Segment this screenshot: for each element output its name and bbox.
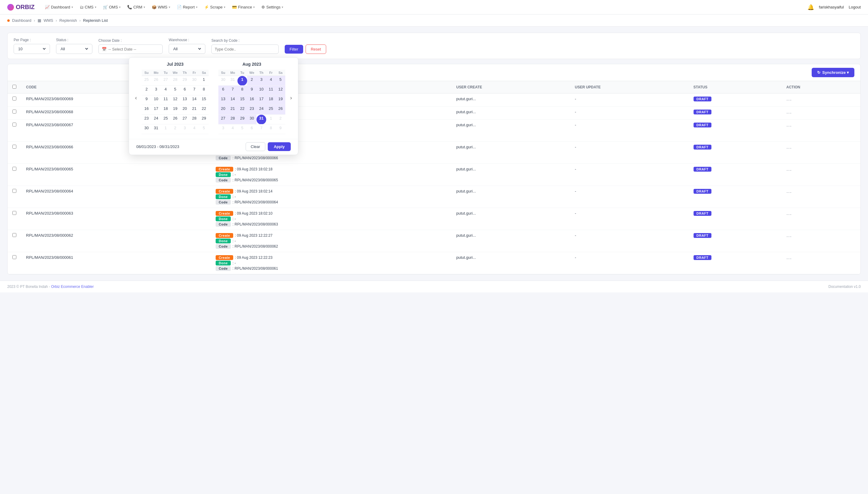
calendar-day[interactable]: 17: [257, 95, 266, 105]
calendar-day[interactable]: 4: [161, 86, 170, 95]
calendar-day[interactable]: 6: [180, 86, 190, 95]
select-all-checkbox[interactable]: [13, 85, 16, 89]
calendar-day[interactable]: 9: [276, 125, 285, 134]
calendar-day[interactable]: 8: [199, 86, 209, 95]
calendar-day[interactable]: 11: [161, 95, 170, 105]
calendar-day[interactable]: 25: [142, 76, 151, 86]
calendar-day[interactable]: 30: [247, 115, 257, 125]
calendar-day[interactable]: 3: [151, 86, 161, 95]
calendar-day[interactable]: 24: [151, 115, 161, 125]
code-input-wrap[interactable]: [211, 44, 279, 54]
calendar-day[interactable]: 25: [266, 105, 276, 115]
action-dots-icon[interactable]: ⋯: [786, 167, 792, 173]
breadcrumb-dashboard[interactable]: Dashboard: [12, 18, 32, 23]
status-select[interactable]: AllDraftDoneCancelled: [59, 46, 89, 52]
calendar-day[interactable]: 14: [228, 95, 238, 105]
apply-date-button[interactable]: Apply: [268, 142, 291, 151]
code-input[interactable]: [215, 47, 275, 52]
calendar-day[interactable]: 1: [237, 76, 247, 86]
calendar-day[interactable]: 5: [170, 86, 180, 95]
calendar-day[interactable]: 6: [247, 125, 257, 134]
calendar-day[interactable]: 7: [228, 86, 238, 95]
calendar-day[interactable]: 23: [142, 115, 151, 125]
footer-link[interactable]: Orbiz Ecommerce Enabler: [51, 285, 94, 289]
action-dots-icon[interactable]: ⋯: [786, 123, 792, 129]
breadcrumb-wms[interactable]: WMS: [43, 18, 53, 23]
breadcrumb-replenish[interactable]: Replenish: [59, 18, 77, 23]
calendar-day[interactable]: 1: [266, 115, 276, 125]
calendar-day[interactable]: 14: [190, 95, 199, 105]
row-checkbox[interactable]: [13, 97, 16, 100]
select-all-col[interactable]: [7, 81, 21, 94]
calendar-day[interactable]: 4: [228, 125, 238, 134]
notification-bell-icon[interactable]: 🔔: [808, 4, 814, 11]
calendar-day[interactable]: 4: [190, 125, 199, 134]
calendar-day[interactable]: 21: [228, 105, 238, 115]
nav-settings[interactable]: ⚙ Settings ▾: [258, 3, 286, 11]
status-select-wrap[interactable]: AllDraftDoneCancelled: [56, 44, 92, 54]
calendar-day[interactable]: 28: [170, 76, 180, 86]
calendar-day[interactable]: 8: [237, 86, 247, 95]
row-checkbox[interactable]: [13, 110, 16, 114]
action-dots-icon[interactable]: ⋯: [786, 189, 792, 195]
row-action[interactable]: ⋯: [781, 107, 861, 119]
per-page-select-wrap[interactable]: 102550100: [14, 44, 50, 54]
row-action[interactable]: ⋯: [781, 164, 861, 186]
nav-dashboard[interactable]: 📈 Dashboard ▾: [42, 3, 76, 11]
calendar-day[interactable]: 16: [247, 95, 257, 105]
calendar-day[interactable]: 5: [237, 125, 247, 134]
calendar-day[interactable]: 19: [170, 105, 180, 115]
username-label[interactable]: fariskhasyaiful: [819, 5, 844, 10]
calendar-day[interactable]: 18: [266, 95, 276, 105]
calendar-day[interactable]: 15: [237, 95, 247, 105]
calendar-day[interactable]: 5: [276, 76, 285, 86]
nav-report[interactable]: 📄 Report ▾: [174, 3, 201, 11]
row-action[interactable]: ⋯: [781, 186, 861, 208]
calendar-day[interactable]: 8: [266, 125, 276, 134]
row-checkbox[interactable]: [13, 233, 16, 237]
row-checkbox[interactable]: [13, 189, 16, 193]
calendar-day[interactable]: 1: [199, 76, 209, 86]
action-dots-icon[interactable]: ⋯: [786, 110, 792, 116]
calendar-day[interactable]: 3: [218, 125, 228, 134]
calendar-day[interactable]: 22: [237, 105, 247, 115]
row-checkbox[interactable]: [13, 255, 16, 259]
nav-finance[interactable]: 💳 Finance ▾: [229, 3, 258, 11]
calendar-day[interactable]: 20: [218, 105, 228, 115]
calendar-day[interactable]: 20: [180, 105, 190, 115]
reset-button[interactable]: Reset: [306, 44, 326, 54]
calendar-day[interactable]: 19: [276, 95, 285, 105]
calendar-day[interactable]: 9: [142, 95, 151, 105]
row-checkbox[interactable]: [13, 122, 16, 127]
nav-oms[interactable]: 🛒 OMS ▾: [100, 3, 124, 11]
synchronize-button[interactable]: ↻ Synchronize ▾: [812, 68, 854, 77]
calendar-day[interactable]: 22: [199, 105, 209, 115]
calendar-day[interactable]: 16: [142, 105, 151, 115]
calendar-day[interactable]: 31: [257, 115, 266, 125]
calendar-day[interactable]: 2: [276, 115, 285, 125]
row-checkbox[interactable]: [13, 145, 16, 149]
calendar-day[interactable]: 3: [180, 125, 190, 134]
calendar-day[interactable]: 30: [218, 76, 228, 86]
logout-button[interactable]: Logout: [849, 5, 861, 10]
calendar-day[interactable]: 26: [276, 105, 285, 115]
row-action[interactable]: ⋯: [781, 252, 861, 274]
action-dots-icon[interactable]: ⋯: [786, 97, 792, 103]
calendar-day[interactable]: 25: [161, 115, 170, 125]
calendar-day[interactable]: 31: [151, 125, 161, 134]
calendar-day[interactable]: 10: [151, 95, 161, 105]
calendar-day[interactable]: 7: [190, 86, 199, 95]
calendar-day[interactable]: 17: [151, 105, 161, 115]
calendar-day[interactable]: 28: [228, 115, 238, 125]
row-action[interactable]: ⋯: [781, 142, 861, 164]
calendar-day[interactable]: 7: [257, 125, 266, 134]
calendar-day[interactable]: 31: [228, 76, 238, 86]
row-action[interactable]: ⋯: [781, 230, 861, 252]
calendar-day[interactable]: 15: [199, 95, 209, 105]
warehouse-select[interactable]: AllWarehouse AWarehouse B: [172, 46, 202, 52]
clear-date-button[interactable]: Clear: [246, 142, 265, 151]
calendar-day[interactable]: 30: [142, 125, 151, 134]
calendar-day[interactable]: 28: [190, 115, 199, 125]
nav-wms[interactable]: 📦 WMS ▾: [149, 3, 173, 11]
calendar-day[interactable]: 26: [151, 76, 161, 86]
